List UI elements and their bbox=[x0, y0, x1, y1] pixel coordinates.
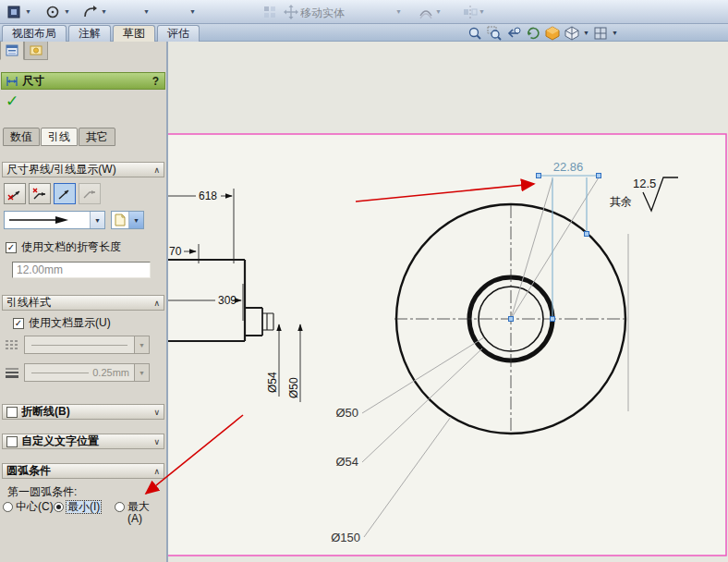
inside-arrows-button[interactable] bbox=[29, 183, 51, 204]
checkbox-icon[interactable] bbox=[6, 436, 18, 447]
configurations-tab[interactable] bbox=[24, 42, 48, 60]
group-title: 圆弧条件 bbox=[6, 463, 153, 479]
view-toolbar: ▼ ▼ bbox=[467, 25, 618, 41]
sketch-tool-icon[interactable] bbox=[6, 4, 22, 20]
tab-sketch[interactable]: 草图 bbox=[113, 25, 155, 42]
dropdown-caret-icon[interactable]: ▼ bbox=[143, 8, 150, 15]
arc-condition-options: 中心(C) 最小(I) 最大(A) bbox=[0, 501, 168, 525]
arrow-head-dropdown[interactable]: ▼ bbox=[4, 211, 105, 229]
view-settings-icon[interactable] bbox=[592, 25, 609, 41]
leader-arrows-button[interactable] bbox=[79, 183, 101, 204]
drawing-area[interactable]: 618 70 309 Ø54 Ø50 bbox=[168, 42, 728, 562]
selected-dimension-value[interactable]: 22.86 bbox=[553, 160, 584, 174]
ok-button[interactable]: ✓ bbox=[6, 92, 18, 111]
radio-center[interactable]: 中心(C) bbox=[3, 501, 54, 513]
collapse-chevron-icon[interactable]: ∧ bbox=[153, 467, 160, 476]
fillet-tool-icon[interactable] bbox=[81, 4, 98, 20]
mirror-tool-icon[interactable] bbox=[462, 4, 479, 20]
witness-display-group-header[interactable]: 尺寸界线/引线显示(W) ∧ bbox=[2, 162, 164, 177]
dropdown-caret-icon[interactable]: ▼ bbox=[479, 8, 485, 15]
radio-icon bbox=[115, 502, 125, 512]
display-style-icon[interactable] bbox=[564, 25, 580, 41]
zoom-fit-icon[interactable] bbox=[467, 25, 483, 41]
rotate-view-icon[interactable] bbox=[525, 25, 541, 41]
checkbox-icon[interactable] bbox=[6, 407, 18, 418]
dropdown-caret-icon[interactable]: ▼ bbox=[64, 8, 70, 15]
dropdown-caret-icon[interactable]: ▼ bbox=[189, 8, 196, 15]
dropdown-button[interactable]: ▼ bbox=[128, 212, 143, 228]
move-entities-label[interactable]: 移动实体 bbox=[300, 6, 345, 21]
help-button[interactable]: ? bbox=[152, 75, 159, 88]
smart-arrows-icon bbox=[56, 187, 73, 202]
outside-arrows-button[interactable] bbox=[4, 183, 26, 204]
previous-view-icon[interactable] bbox=[505, 25, 522, 41]
dimension-618[interactable]: 618 bbox=[199, 189, 217, 202]
leader-dimension-phi54[interactable]: Ø54 bbox=[335, 455, 358, 469]
tab-leader[interactable]: 引线 bbox=[41, 128, 78, 146]
dimension-309[interactable]: 309 bbox=[218, 294, 237, 307]
collapse-chevron-icon[interactable]: ∧ bbox=[153, 299, 160, 308]
move-entities-icon bbox=[283, 4, 299, 20]
dropdown-caret-icon[interactable]: ▼ bbox=[395, 8, 402, 15]
inside-arrows-icon bbox=[31, 187, 48, 202]
circle-tool-icon[interactable] bbox=[44, 4, 61, 20]
use-doc-bend-length-checkbox[interactable]: ✓ 使用文档的折弯长度 bbox=[6, 239, 121, 255]
use-doc-display-checkbox[interactable]: ✓ 使用文档显示(U) bbox=[13, 315, 111, 331]
top-toolbar: ▼ ▼ ▼ ▼ ▼ 移动实体 ▼ ▼ ▼ bbox=[0, 0, 728, 24]
leader-dimension-phi150[interactable]: Ø150 bbox=[331, 531, 360, 544]
document-style-dropdown[interactable]: ▼ bbox=[111, 211, 144, 229]
dropdown-button[interactable]: ▼ bbox=[134, 336, 149, 353]
dropdown-caret-icon[interactable]: ▼ bbox=[435, 8, 442, 15]
custom-text-position-group-header[interactable]: 自定义文字位置 ∨ bbox=[2, 434, 164, 449]
command-tabs: 视图布局 注解 草图 评估 bbox=[2, 25, 200, 42]
group-title: 引线样式 bbox=[6, 295, 153, 311]
dimension-phi50-side[interactable]: Ø50 bbox=[287, 377, 300, 398]
shaded-view-icon[interactable] bbox=[544, 25, 561, 41]
radio-max[interactable]: 最大(A) bbox=[115, 501, 157, 525]
roughness-value[interactable]: 12.5 bbox=[633, 177, 656, 190]
bend-length-input[interactable]: 12.00mm bbox=[12, 262, 151, 278]
expand-chevron-icon[interactable]: ∨ bbox=[153, 408, 160, 417]
radio-label: 最大(A) bbox=[127, 501, 157, 525]
pattern-tool-icon[interactable] bbox=[261, 4, 278, 20]
line-thickness-dropdown[interactable]: 0.25mm ▼ bbox=[24, 363, 150, 382]
dimension-phi54-side[interactable]: Ø54 bbox=[266, 372, 279, 393]
radio-min[interactable]: 最小(I) bbox=[54, 501, 101, 513]
break-lines-group-header[interactable]: 折断线(B) ∨ bbox=[2, 404, 164, 420]
tab-label: 草图 bbox=[123, 27, 145, 40]
first-arc-condition-label: 第一圆弧条件: bbox=[7, 484, 77, 500]
line-thickness-row: 0.25mm ▼ bbox=[4, 363, 150, 382]
leader-dimension-phi50[interactable]: Ø50 bbox=[335, 406, 358, 420]
configurations-tab-icon bbox=[30, 44, 42, 56]
group-title: 尺寸界线/引线显示(W) bbox=[6, 162, 153, 177]
sheet-border bbox=[168, 134, 726, 556]
propertymanager-tab[interactable] bbox=[0, 42, 24, 60]
dropdown-button[interactable]: ▼ bbox=[134, 364, 149, 381]
drawing-canvas[interactable]: 618 70 309 Ø54 Ø50 bbox=[168, 42, 728, 562]
tab-value[interactable]: 数值 bbox=[3, 128, 40, 146]
tab-other[interactable]: 其它 bbox=[79, 128, 115, 146]
dimension-70[interactable]: 70 bbox=[169, 245, 182, 258]
view-settings-caret-icon[interactable]: ▼ bbox=[612, 30, 618, 36]
dropdown-caret-icon[interactable]: ▼ bbox=[25, 8, 31, 15]
offset-tool-icon[interactable] bbox=[418, 4, 434, 20]
expand-chevron-icon[interactable]: ∨ bbox=[153, 437, 160, 446]
tab-view-layout[interactable]: 视图布局 bbox=[2, 25, 67, 42]
arc-condition-group-header[interactable]: 圆弧条件 ∧ bbox=[2, 463, 164, 479]
tab-annotation[interactable]: 注解 bbox=[68, 25, 111, 42]
command-manager-strip: 视图布局 注解 草图 评估 ▼ bbox=[0, 24, 728, 42]
checkbox-icon: ✓ bbox=[6, 242, 17, 253]
tab-label: 注解 bbox=[79, 27, 101, 40]
leader-style-group-header[interactable]: 引线样式 ∧ bbox=[2, 295, 164, 311]
thickness-value: 0.25mm bbox=[92, 367, 129, 378]
smart-arrows-button[interactable] bbox=[54, 183, 76, 204]
line-style-dropdown[interactable]: ▼ bbox=[24, 336, 150, 354]
collapse-chevron-icon[interactable]: ∧ bbox=[153, 165, 160, 175]
tab-evaluate[interactable]: 评估 bbox=[157, 25, 200, 42]
zoom-area-icon[interactable] bbox=[486, 25, 503, 41]
display-style-caret-icon[interactable]: ▼ bbox=[583, 30, 589, 36]
roughness-note-label: 其余 bbox=[610, 195, 632, 208]
dropdown-caret-icon[interactable]: ▼ bbox=[101, 8, 107, 15]
dropdown-button[interactable]: ▼ bbox=[90, 212, 104, 228]
radio-icon bbox=[3, 502, 13, 512]
